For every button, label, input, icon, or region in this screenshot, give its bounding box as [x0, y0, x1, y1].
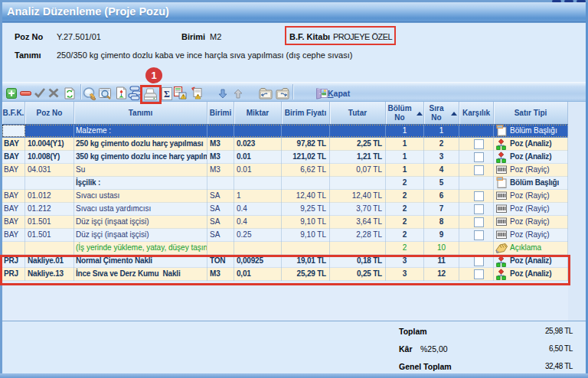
svg-text:!: !: [198, 94, 199, 99]
svg-text:!: !: [183, 94, 185, 99]
svg-text:Σ: Σ: [164, 89, 170, 99]
